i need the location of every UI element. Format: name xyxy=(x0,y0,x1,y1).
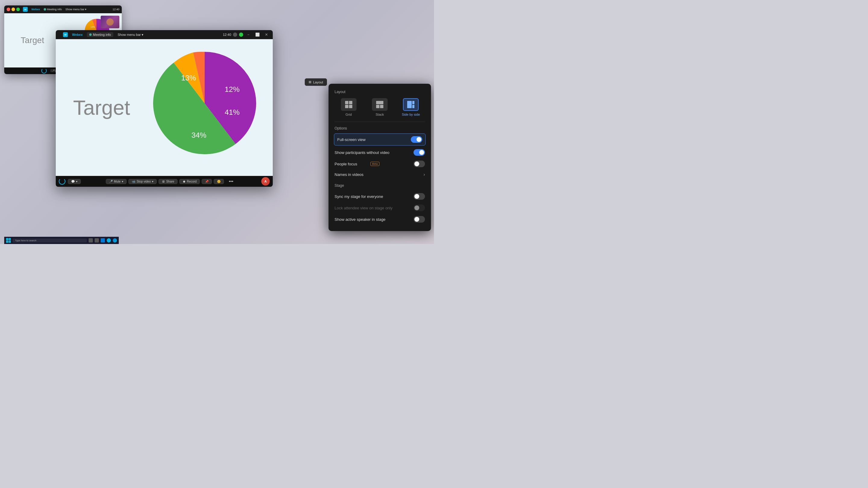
time-back: 12:40 xyxy=(113,8,119,11)
windows-start[interactable] xyxy=(6,238,11,243)
option-row-names[interactable]: Names in videos › xyxy=(335,170,425,179)
mic-icon-back: 🎤 xyxy=(52,70,55,72)
chevron-down-video: ▾ xyxy=(152,180,153,183)
video-thumb-inner-back xyxy=(101,16,119,28)
toggle-knob-5 xyxy=(414,205,419,210)
svg-rect-7 xyxy=(349,101,352,104)
svg-text:13%: 13% xyxy=(90,26,95,29)
close-btn-back[interactable] xyxy=(7,7,10,11)
record-icon: ⏺ xyxy=(183,180,186,183)
video-thumb-back xyxy=(101,16,119,28)
svg-text:13%: 13% xyxy=(181,74,196,82)
active-speaker-toggle[interactable] xyxy=(413,216,425,223)
show-menu-back[interactable]: Show menu bar ▾ xyxy=(65,8,87,11)
sync-stage-label: Sync my stage for everyone xyxy=(335,194,413,199)
svg-rect-10 xyxy=(376,101,383,104)
layout-floating-button[interactable]: ⊞ Layout xyxy=(305,78,327,86)
time-main: 12:40 xyxy=(223,33,231,36)
brand-back: Webex xyxy=(31,8,40,11)
active-speaker-label: Show active speaker in stage xyxy=(335,217,413,222)
restore-btn[interactable]: ⬜ xyxy=(254,31,261,38)
participants-label: Show participants without video xyxy=(335,150,413,155)
svg-rect-8 xyxy=(345,105,348,108)
option-row-active-speaker: Show active speaker in stage xyxy=(335,214,425,225)
svg-text:12%: 12% xyxy=(224,85,239,93)
taskbar-icon-1[interactable] xyxy=(89,238,93,242)
webex-logo-main: W xyxy=(63,32,68,37)
chat-icon: 💬 xyxy=(71,180,75,183)
options-title: Options xyxy=(335,126,425,130)
progress-ring xyxy=(59,178,65,185)
taskbar-icon-2[interactable] xyxy=(95,238,99,242)
chevron-right-icon: › xyxy=(424,172,425,177)
chevron-down-mute: ▾ xyxy=(122,180,123,183)
more-btn[interactable]: ••• xyxy=(226,178,236,184)
mic-icon: 🎤 xyxy=(109,180,113,183)
grid-label: Grid xyxy=(345,113,352,116)
option-row-sync-stage: Sync my stage for everyone xyxy=(335,191,425,202)
mute-btn[interactable]: 🎤 Mute ▾ xyxy=(106,179,127,184)
taskbar: Type here to search xyxy=(4,237,119,244)
stop-video-btn[interactable]: 📹 Stop video ▾ xyxy=(128,179,157,184)
svg-rect-12 xyxy=(380,105,383,108)
help-icon[interactable] xyxy=(233,33,237,37)
option-row-fullscreen: Full-screen view xyxy=(334,133,426,145)
layout-panel-title: Layout xyxy=(335,90,425,94)
layout-options: Grid Stack Side by side xyxy=(335,98,425,116)
taskbar-icon-3[interactable] xyxy=(101,238,105,242)
people-focus-toggle[interactable] xyxy=(413,161,425,167)
svg-rect-9 xyxy=(349,105,352,108)
win-controls-main: − ⬜ ✕ xyxy=(245,31,270,38)
chat-btn[interactable]: 💬▾ xyxy=(68,179,81,184)
lock-attendee-label: Lock attendee view on stage only xyxy=(335,206,413,210)
taskbar-search[interactable]: Type here to search xyxy=(13,238,87,242)
min-btn-back[interactable] xyxy=(11,7,15,11)
taskbar-icon-edge[interactable] xyxy=(113,238,117,242)
toolbar-right: A xyxy=(261,177,270,186)
sync-stage-toggle[interactable] xyxy=(413,193,425,200)
layout-option-grid[interactable]: Grid xyxy=(335,98,363,116)
meeting-info-back[interactable]: Meeting info xyxy=(44,8,62,11)
titlebar-text-main: W Webex Meeting info Show menu bar ▾ 12:… xyxy=(63,31,270,38)
avatar[interactable]: A xyxy=(261,177,270,186)
minimize-btn[interactable]: − xyxy=(245,31,252,38)
max-btn-back[interactable] xyxy=(16,7,20,11)
layout-panel: Layout Grid Stack xyxy=(329,84,431,231)
toolbar-left: 💬▾ xyxy=(59,178,81,185)
svg-rect-15 xyxy=(412,105,414,108)
close-btn-main[interactable]: ✕ xyxy=(263,31,270,38)
reactions-btn[interactable]: 📌 xyxy=(202,179,212,184)
layout-option-stack[interactable]: Stack xyxy=(366,98,394,116)
stage-section-title: Stage xyxy=(335,184,425,188)
emoji-btn[interactable]: 😊 xyxy=(214,179,224,184)
svg-rect-13 xyxy=(407,101,412,108)
webex-logo-back: W xyxy=(23,7,28,12)
stack-label: Stack xyxy=(375,113,384,116)
titlebar-text-back: W Webex Meeting info Show menu bar ▾ 12:… xyxy=(23,7,119,12)
stack-icon-box xyxy=(372,98,388,111)
toolbar-main: 💬▾ 🎤 Mute ▾ 📹 Stop video ▾ 🖥 Share ⏺ Rec… xyxy=(56,176,273,187)
option-row-participants: Show participants without video xyxy=(335,147,425,158)
record-btn[interactable]: ⏺ Record xyxy=(179,179,200,184)
show-menu-main[interactable]: Show menu bar ▾ xyxy=(118,33,144,37)
layout-option-side-by-side[interactable]: Side by side xyxy=(397,98,425,116)
fullscreen-label: Full-screen view xyxy=(337,137,411,142)
beta-badge: Beta xyxy=(370,162,380,166)
fullscreen-toggle[interactable] xyxy=(411,136,422,143)
share-btn[interactable]: 🖥 Share xyxy=(158,179,178,184)
status-icon[interactable] xyxy=(239,33,243,37)
video-icon: 📹 xyxy=(132,180,135,183)
emoji-icon: 📌 xyxy=(205,180,209,183)
content-area-main: Target 12% 13% 34% 41% xyxy=(56,39,273,176)
toggle-knob-3 xyxy=(414,161,419,166)
side-by-side-label: Side by side xyxy=(402,113,420,116)
participants-toggle[interactable] xyxy=(413,149,425,156)
pie-chart-main: 12% 13% 34% 41% xyxy=(147,46,262,161)
svg-rect-6 xyxy=(345,101,348,104)
taskbar-icon-webex[interactable] xyxy=(107,238,111,242)
option-row-lock-attendee: Lock attendee view on stage only xyxy=(335,202,425,214)
brand-main: Webex xyxy=(72,33,83,36)
meeting-info-main[interactable]: Meeting info xyxy=(87,32,113,37)
smiley-icon: 😊 xyxy=(217,180,221,183)
svg-rect-14 xyxy=(412,101,414,104)
